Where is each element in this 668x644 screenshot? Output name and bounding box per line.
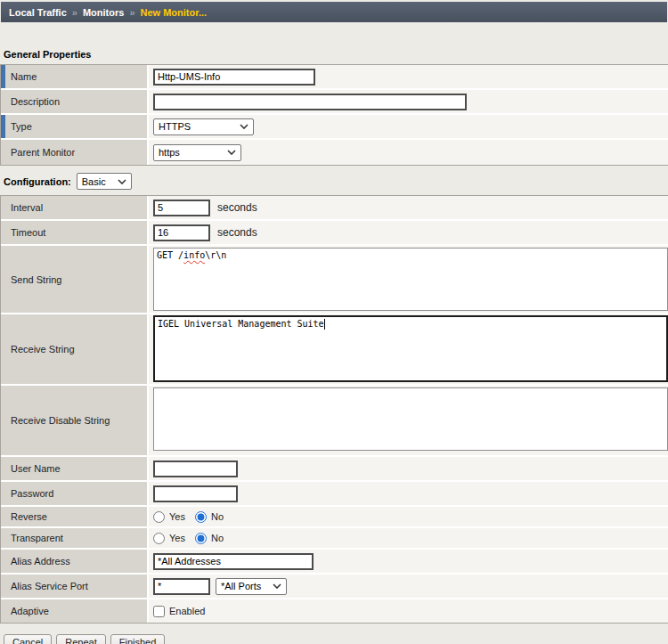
send-string-text: \r\n (205, 250, 226, 260)
breadcrumb-separator: » (72, 7, 77, 18)
alias-address-row: Alias Address (1, 550, 668, 575)
general-properties-heading: General Properties (4, 49, 668, 60)
chevron-down-icon (227, 150, 236, 155)
finished-button[interactable]: Finished (110, 634, 166, 644)
password-row: Password (1, 482, 668, 507)
transparent-label: Transparent (1, 528, 149, 548)
text-cursor (324, 319, 325, 330)
transparent-yes-radio[interactable] (153, 533, 165, 544)
adaptive-label: Adaptive (1, 599, 149, 623)
alias-address-input[interactable] (153, 553, 314, 570)
transparent-no-radio[interactable] (195, 533, 207, 544)
timeout-unit: seconds (217, 226, 257, 239)
send-string-misspelled-word: info (183, 250, 205, 260)
type-select[interactable]: HTTPS (153, 118, 254, 135)
name-input[interactable] (153, 69, 315, 86)
configuration-table: Interval seconds Timeout seconds Send St… (0, 195, 668, 624)
reverse-radio-group: Yes No (153, 511, 231, 523)
reverse-no-radio[interactable] (195, 511, 207, 523)
cancel-button[interactable]: Cancel (4, 634, 52, 644)
parent-monitor-select[interactable]: https (153, 144, 241, 161)
parent-monitor-row: Parent Monitor https (1, 140, 668, 165)
password-input[interactable] (153, 485, 238, 502)
receive-disable-string-label: Receive Disable String (1, 386, 149, 455)
user-name-row: User Name (1, 457, 668, 482)
receive-disable-string-row: Receive Disable String (1, 386, 668, 457)
reverse-yes-radio[interactable] (153, 511, 165, 523)
alias-address-label: Alias Address (1, 550, 149, 573)
receive-string-textarea[interactable]: IGEL Universal Management Suite (153, 315, 668, 382)
description-label: Description (1, 90, 149, 113)
interval-row: Interval seconds (1, 196, 668, 221)
breadcrumb-local-traffic[interactable]: Local Traffic (9, 7, 67, 18)
transparent-yes-label: Yes (169, 533, 185, 543)
configuration-mode-value: Basic (82, 176, 106, 187)
alias-service-port-row: Alias Service Port *All Ports (1, 575, 668, 599)
send-string-textarea[interactable]: GET /info\r\n (153, 248, 668, 311)
timeout-label: Timeout (1, 221, 149, 244)
user-name-input[interactable] (153, 461, 238, 477)
general-properties-table: Name Description Type HTTPS Parent Monit… (0, 64, 668, 166)
timeout-row: Timeout seconds (1, 221, 668, 246)
receive-disable-string-textarea[interactable] (153, 387, 668, 451)
timeout-input[interactable] (153, 224, 210, 241)
reverse-row: Reverse Yes No (1, 507, 668, 528)
type-row: Type HTTPS (1, 115, 668, 140)
receive-string-label: Receive String (1, 314, 149, 384)
type-select-value: HTTPS (159, 121, 191, 132)
send-string-label: Send String (1, 246, 149, 313)
breadcrumb-separator: » (129, 7, 134, 18)
breadcrumb: Local Traffic » Monitors » New Monitor..… (1, 2, 667, 22)
alias-service-port-select-value: *All Ports (221, 581, 261, 591)
breadcrumb-current-page: New Monitor... (141, 7, 208, 18)
alias-service-port-label: Alias Service Port (1, 575, 149, 598)
name-row: Name (1, 65, 668, 90)
adaptive-enabled-checkbox[interactable] (153, 606, 165, 617)
chevron-down-icon (118, 179, 126, 184)
configuration-heading: Configuration: (4, 176, 71, 187)
adaptive-row: Adaptive Enabled (1, 599, 668, 623)
receive-string-text: IGEL Universal Management Suite (158, 319, 324, 329)
transparent-radio-group: Yes No (153, 533, 231, 544)
reverse-label: Reverse (1, 507, 149, 526)
interval-label: Interval (1, 196, 149, 219)
interval-unit: seconds (217, 201, 257, 214)
password-label: Password (1, 482, 149, 505)
user-name-label: User Name (1, 457, 149, 480)
form-actions: Cancel Repeat Finished (4, 634, 668, 644)
chevron-down-icon (240, 124, 248, 129)
configuration-mode-select[interactable]: Basic (77, 173, 132, 190)
alias-service-port-select[interactable]: *All Ports (216, 578, 287, 595)
type-label: Type (1, 115, 149, 138)
reverse-yes-label: Yes (169, 511, 185, 522)
name-label: Name (1, 65, 149, 88)
parent-monitor-select-value: https (159, 147, 180, 158)
receive-string-row: Receive String IGEL Universal Management… (1, 314, 668, 386)
description-input[interactable] (153, 94, 467, 110)
description-row: Description (1, 90, 668, 115)
transparent-no-label: No (211, 533, 224, 543)
send-string-text: GET / (157, 250, 183, 260)
send-string-row: Send String GET /info\r\n (1, 246, 668, 314)
adaptive-checkbox-label: Enabled (169, 606, 205, 616)
parent-monitor-label: Parent Monitor (1, 140, 149, 165)
alias-service-port-input[interactable] (153, 578, 210, 595)
breadcrumb-monitors[interactable]: Monitors (83, 7, 124, 18)
interval-input[interactable] (153, 200, 210, 216)
transparent-row: Transparent Yes No (1, 528, 668, 550)
chevron-down-icon (273, 583, 281, 589)
reverse-no-label: No (211, 511, 224, 522)
repeat-button[interactable]: Repeat (56, 634, 105, 644)
